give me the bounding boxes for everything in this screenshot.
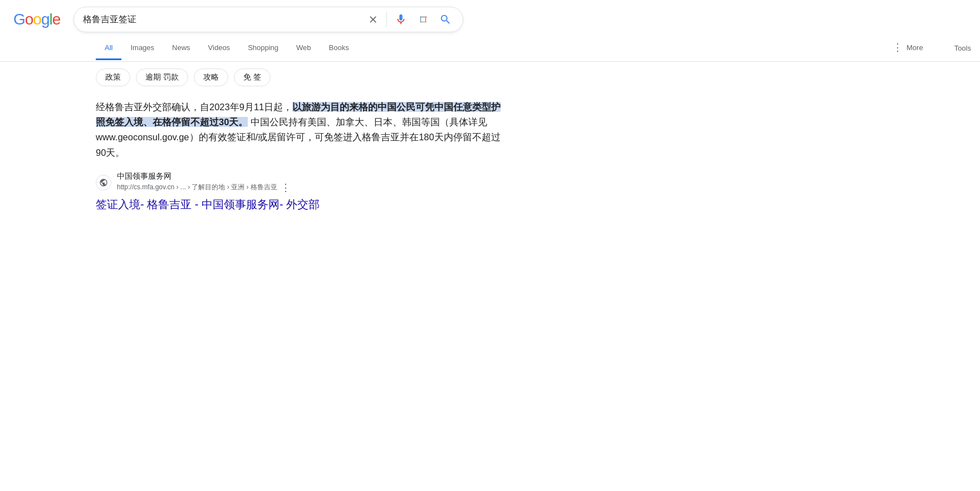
chip-fine-label: 逾期 罚款 (145, 72, 179, 82)
source-name: 中国领事服务网 (117, 171, 292, 181)
clear-button[interactable] (365, 12, 381, 27)
source-favicon (96, 175, 111, 190)
svg-rect-1 (421, 17, 426, 17)
google-logo[interactable]: G o o g l e (13, 11, 60, 28)
globe-icon (99, 178, 108, 187)
tab-images-label: Images (130, 43, 154, 52)
mic-icon (395, 13, 407, 26)
tab-videos-label: Videos (208, 43, 231, 52)
tab-more-label: More (906, 43, 923, 52)
svg-rect-3 (421, 22, 426, 22)
chips-row: 政策 逾期 罚款 攻略 免 签 (0, 62, 980, 93)
result-link[interactable]: 签证入境- 格鲁吉亚 - 中国领事服务网- 外交部 (96, 197, 501, 212)
tab-images[interactable]: Images (121, 37, 163, 60)
tab-all-label: All (105, 43, 112, 52)
snippet-text: 经格鲁吉亚外交部确认，自2023年9月11日起，以旅游为目的来格的中国公民可凭中… (96, 100, 501, 160)
chip-fine[interactable]: 逾期 罚款 (136, 68, 188, 86)
tab-shopping-label: Shopping (248, 43, 278, 52)
tab-tools[interactable]: Tools (945, 37, 980, 59)
logo-o2: o (33, 11, 41, 28)
source-info: 中国领事服务网 http://cs.mfa.gov.cn › ... › 了解目… (117, 171, 292, 194)
search-icon (439, 13, 452, 26)
logo-g2: g (41, 11, 50, 28)
chip-policy[interactable]: 政策 (96, 68, 130, 86)
close-icon (367, 14, 379, 25)
search-bar: 格鲁吉亚签证 (74, 7, 463, 32)
search-input[interactable]: 格鲁吉亚签证 (83, 14, 361, 24)
tab-books-label: Books (329, 43, 349, 52)
chip-visa-free-label: 免 签 (243, 72, 261, 82)
tab-more[interactable]: ⋮ More (884, 35, 932, 62)
tab-shopping[interactable]: Shopping (239, 37, 287, 60)
chip-guide[interactable]: 攻略 (194, 68, 228, 86)
search-icons (365, 11, 454, 28)
tab-web-label: Web (296, 43, 311, 52)
tab-videos[interactable]: Videos (199, 37, 239, 60)
tab-web[interactable]: Web (287, 37, 320, 60)
chip-policy-label: 政策 (105, 72, 121, 82)
search-bar-divider (386, 12, 387, 27)
logo-g: G (13, 11, 25, 28)
chip-visa-free[interactable]: 免 签 (234, 68, 271, 86)
snippet-text-before: 经格鲁吉亚外交部确认，自2023年9月11日起， (96, 102, 292, 112)
lens-icon (417, 13, 429, 26)
nav-tabs: All Images News Videos Shopping Web Book… (0, 35, 980, 62)
svg-rect-4 (425, 17, 426, 22)
chip-guide-label: 攻略 (203, 72, 219, 82)
svg-rect-0 (417, 13, 429, 26)
tab-books[interactable]: Books (320, 37, 358, 60)
source-row: 中国领事服务网 http://cs.mfa.gov.cn › ... › 了解目… (96, 171, 501, 194)
result-link-text: 签证入境- 格鲁吉亚 - 中国领事服务网- 外交部 (96, 198, 320, 210)
source-options-button[interactable]: ⋮ (281, 181, 292, 194)
tab-news[interactable]: News (163, 37, 199, 60)
voice-search-button[interactable] (393, 11, 409, 28)
search-submit-button[interactable] (437, 11, 454, 28)
svg-rect-2 (420, 17, 421, 22)
main-content: 经格鲁吉亚外交部确认，自2023年9月11日起，以旅游为目的来格的中国公民可凭中… (0, 100, 501, 212)
tab-all[interactable]: All (96, 37, 121, 60)
source-url-text: http://cs.mfa.gov.cn › ... › 了解目的地 › 亚洲 … (117, 183, 277, 192)
tab-news-label: News (172, 43, 190, 52)
source-url: http://cs.mfa.gov.cn › ... › 了解目的地 › 亚洲 … (117, 181, 292, 194)
logo-o1: o (25, 11, 33, 28)
featured-snippet: 经格鲁吉亚外交部确认，自2023年9月11日起，以旅游为目的来格的中国公民可凭中… (96, 100, 501, 160)
lens-search-button[interactable] (415, 11, 432, 28)
more-dots-icon: ⋮ (893, 41, 903, 53)
header: G o o g l e 格鲁吉亚签证 (0, 0, 980, 32)
logo-e: e (52, 11, 61, 28)
